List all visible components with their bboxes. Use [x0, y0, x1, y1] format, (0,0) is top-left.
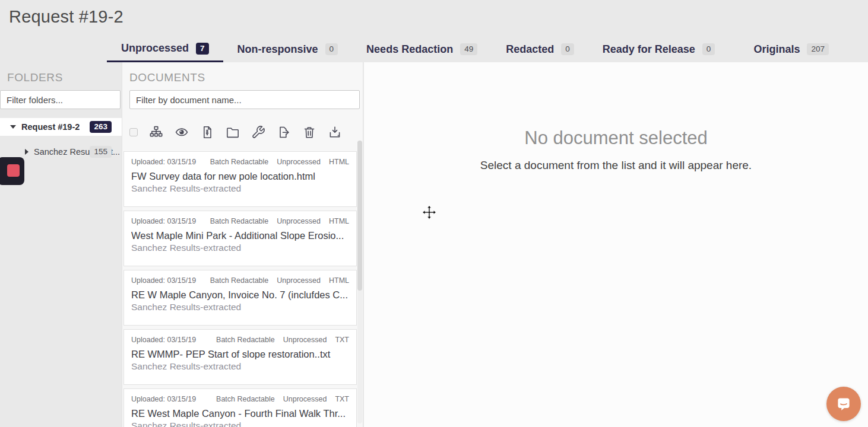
tab-count-badge: 0	[325, 43, 338, 55]
tab-redacted[interactable]: Redacted 0	[492, 36, 588, 62]
empty-state-title: No document selected	[364, 128, 868, 149]
document-filetype: TXT	[335, 395, 349, 403]
eye-icon[interactable]	[175, 125, 189, 139]
document-title: RE WMMP- PEP Start of slope restoration.…	[131, 349, 349, 360]
document-card[interactable]: Uploaded: 03/15/19 Batch Redactable Unpr…	[123, 151, 357, 207]
red-color-swatch[interactable]	[0, 157, 24, 185]
document-folder: Sanchez Results-extracted	[131, 361, 349, 372]
folder-tree-root[interactable]: Request #19-2 263	[0, 118, 122, 136]
move-cursor-icon	[422, 205, 437, 220]
document-viewer: No document selected Select a document f…	[364, 62, 868, 427]
tab-count-badge: 207	[807, 43, 829, 55]
caret-down-icon	[10, 125, 16, 129]
document-uploaded: Uploaded: 03/15/19	[131, 336, 196, 344]
download-icon[interactable]	[328, 125, 342, 139]
document-tag: Batch Redactable	[216, 336, 275, 344]
folders-heading: FOLDERS	[7, 71, 63, 84]
document-title: FW Survey data for new pole location.htm…	[131, 171, 349, 182]
sitemap-icon[interactable]	[149, 125, 163, 139]
file-export-icon[interactable]	[277, 125, 291, 139]
tab-label: Unprocessed	[121, 42, 189, 55]
folder-count-badge: 263	[90, 121, 112, 133]
status-tabbar: Unprocessed 7 Non-responsive 0 Needs Red…	[107, 36, 868, 62]
documents-heading: DOCUMENTS	[129, 71, 205, 84]
document-title: West Maple Mini Park - Additional Slope …	[131, 230, 349, 241]
documents-panel: DOCUMENTS Uploaded: 03/1	[122, 62, 363, 427]
folder-filter-input[interactable]	[0, 90, 121, 109]
tab-count-badge: 49	[460, 43, 477, 55]
tab-originals[interactable]: Originals 207	[739, 36, 843, 62]
document-tag: Unprocessed	[283, 336, 327, 344]
empty-state-subtitle: Select a document from the list and it w…	[364, 159, 868, 172]
document-title: RE W Maple Canyon, Invoice No. 7 (incluf…	[131, 289, 349, 301]
folders-sidebar: FOLDERS Request #19-2 263 Sanchez Result…	[0, 62, 122, 427]
document-title: RE West Maple Canyon - Fourth Final Walk…	[131, 408, 349, 419]
document-folder: Sanchez Results-extracted	[131, 302, 349, 313]
document-tag: Batch Redactable	[216, 395, 275, 403]
document-uploaded: Uploaded: 03/15/19	[131, 217, 196, 225]
document-uploaded: Uploaded: 03/15/19	[131, 276, 196, 285]
document-tag: Unprocessed	[277, 276, 321, 285]
document-tag: Unprocessed	[277, 217, 321, 225]
chat-bubble-icon	[834, 394, 853, 413]
document-tag: Unprocessed	[283, 395, 327, 403]
document-tag: Batch Redactable	[210, 276, 269, 285]
document-filetype: HTML	[329, 276, 349, 285]
document-folder: Sanchez Results-extracted	[131, 420, 349, 427]
scrollbar-track	[357, 141, 362, 423]
document-filter-input[interactable]	[129, 90, 360, 109]
tab-label: Ready for Release	[603, 43, 695, 56]
tab-label: Non-responsive	[237, 43, 318, 56]
document-card[interactable]: Uploaded: 03/15/19 Batch Redactable Unpr…	[123, 388, 357, 427]
document-uploaded: Uploaded: 03/15/19	[131, 158, 196, 166]
tab-ready-for-release[interactable]: Ready for Release 0	[588, 36, 730, 62]
document-uploaded: Uploaded: 03/15/19	[131, 395, 196, 403]
tab-count-badge: 7	[196, 43, 209, 55]
folder-icon[interactable]	[226, 125, 240, 139]
document-card[interactable]: Uploaded: 03/15/19 Batch Redactable Unpr…	[123, 270, 357, 326]
tab-unprocessed[interactable]: Unprocessed 7	[107, 36, 223, 62]
caret-right-icon	[25, 149, 28, 155]
select-all-checkbox[interactable]	[129, 128, 138, 136]
document-card[interactable]: Uploaded: 03/15/19 Batch Redactable Unpr…	[123, 211, 357, 266]
document-card[interactable]: Uploaded: 03/15/19 Batch Redactable Unpr…	[123, 329, 357, 385]
folder-count-badge: 155	[90, 146, 112, 158]
document-filetype: HTML	[329, 158, 349, 166]
document-tag: Unprocessed	[277, 158, 321, 166]
documents-toolbar	[129, 119, 356, 145]
page-title: Request #19-2	[9, 7, 123, 27]
folder-label: Request #19-2	[21, 122, 80, 132]
chat-launcher-button[interactable]	[826, 387, 861, 421]
document-folder: Sanchez Results-extracted	[131, 243, 349, 253]
scrollbar-thumb[interactable]	[357, 141, 362, 291]
document-tag: Batch Redactable	[210, 158, 269, 166]
document-filetype: TXT	[335, 336, 349, 344]
tab-label: Redacted	[506, 43, 554, 56]
tab-label: Needs Redaction	[366, 43, 453, 56]
zip-file-icon[interactable]	[200, 125, 214, 139]
document-filetype: HTML	[329, 217, 349, 225]
red-swatch-icon	[7, 164, 20, 177]
tab-count-badge: 0	[561, 43, 574, 55]
tab-non-responsive[interactable]: Non-responsive 0	[223, 36, 353, 62]
trash-icon[interactable]	[302, 125, 316, 139]
document-folder: Sanchez Results-extracted	[131, 183, 349, 194]
tab-count-badge: 0	[702, 43, 715, 55]
tab-label: Originals	[753, 43, 800, 56]
document-tag: Batch Redactable	[210, 217, 269, 225]
wrench-icon[interactable]	[251, 125, 265, 139]
document-list: Uploaded: 03/15/19 Batch Redactable Unpr…	[123, 151, 357, 427]
tab-needs-redaction[interactable]: Needs Redaction 49	[352, 36, 492, 62]
